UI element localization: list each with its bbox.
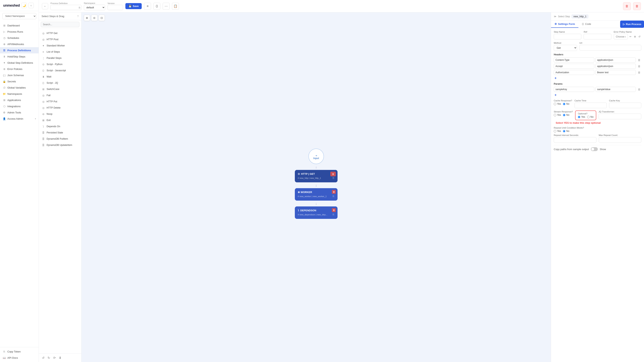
stream-yes-label[interactable]: Yes (554, 114, 561, 116)
redo-button[interactable]: ↻ (47, 355, 51, 360)
header-key-content-type[interactable] (554, 58, 594, 63)
version-input[interactable]: 1 (108, 5, 123, 10)
step-item-switchcase[interactable]: ⊞ SwitchCase (39, 86, 81, 92)
preview-button[interactable]: ⟨⟩ (153, 3, 160, 10)
step-item-standard-worker[interactable]: ✦ Standard Worker (39, 43, 81, 49)
step-item-http-post[interactable]: ◎ HTTP Post (39, 36, 81, 43)
sidebar-item-error-policies[interactable]: ⊛ Error Policies (0, 66, 38, 72)
sidebar-item-namespaces[interactable]: 📁 Namespaces (0, 91, 38, 97)
undo-button[interactable]: ↺ (41, 355, 45, 360)
download-button[interactable]: ⬇ (58, 355, 62, 360)
worker-copy-button[interactable]: ⎘ (332, 194, 334, 198)
delete-param-1-button[interactable]: 🗑 (637, 87, 641, 91)
delete-header-accept-button[interactable]: 🗑 (637, 64, 641, 68)
theme-toggle-button[interactable]: 🌙 (21, 3, 27, 8)
sidebar-item-admin-tools[interactable]: ⚙ Admin Tools (0, 109, 38, 116)
sidebar-item-json-schemas[interactable]: { } Json Schemas (0, 72, 38, 78)
namespace-select-input[interactable]: Select Namespace (2, 13, 36, 19)
step-item-fail[interactable]: ◎ Fail (39, 92, 81, 99)
step-item-exit[interactable]: ⊠ Exit (39, 117, 81, 123)
sidebar-item-copy-token[interactable]: ⎘ Copy Token (0, 348, 38, 355)
sidebar-item-hold-skip[interactable]: ⏸ Hold/Skip Steps (0, 53, 38, 60)
step-item-http-delete[interactable]: ◎ HTTP Delete (39, 105, 81, 111)
repeat-yes-label[interactable]: Yes (554, 130, 561, 132)
http-get-copy-button[interactable]: ⎘ (332, 176, 334, 180)
header-key-authorization[interactable] (554, 70, 594, 75)
namespace-selector[interactable]: Select Namespace (2, 13, 36, 19)
step-item-http-get[interactable]: ◎ HTTP Get (39, 30, 81, 36)
cache-time-input[interactable] (574, 103, 607, 108)
save-button[interactable]: 💾 Save (126, 3, 142, 9)
stream-no-label[interactable]: No (563, 114, 569, 116)
sidebar-item-dashboard[interactable]: ⊞ Dashboard (0, 22, 38, 29)
back-button[interactable]: ← (42, 3, 48, 9)
http-get-node[interactable]: 🗑 ⊙ HTTP | GET # new_http | new_http_1 ⎘ (295, 170, 338, 182)
dependson-delete-button[interactable]: 🗑 (332, 208, 336, 212)
run-process-button[interactable]: ▷ Run Process (620, 21, 644, 28)
step-name-input[interactable]: new_http (554, 34, 581, 40)
ref-input[interactable]: new_http_1 (584, 34, 611, 40)
delete-alt-button[interactable]: 🗑 (633, 2, 641, 10)
error-policy-refresh-button[interactable]: ↺ (638, 34, 641, 39)
input-node[interactable]: ⌄ Input (308, 149, 324, 164)
dependson-copy-button[interactable]: ⎘ (332, 213, 334, 216)
sidebar-item-process-runs[interactable]: ▷ Process Runs (0, 29, 38, 35)
step-item-script-javascript[interactable]: ⟨⟩ Script - Javascript (39, 67, 81, 74)
step-item-dynamodb-putitem[interactable]: 🗄 DynamoDB PutItem (39, 136, 81, 142)
format-button[interactable]: ≡ (144, 3, 151, 10)
step-item-script-jq[interactable]: ⟨⟩ Script - JQ (39, 80, 81, 86)
repeat-interval-input[interactable] (554, 137, 596, 143)
sidebar-item-access-admin[interactable]: 👤 Access Admin ▾ (0, 116, 38, 122)
history-button[interactable]: ⟳ (52, 355, 56, 360)
header-value-content-type[interactable] (596, 58, 636, 63)
error-policy-input[interactable] (614, 34, 628, 40)
sidebar-item-integrations[interactable]: ⬡ Integrations (0, 103, 38, 109)
repeat-yes-radio[interactable] (554, 130, 556, 132)
sidebar-item-api-docs[interactable]: 📖 API Docs (0, 355, 38, 361)
copy-paths-toggle[interactable] (591, 147, 598, 151)
dependson-node[interactable]: 🗑 ⤵ DEPENDSON # new_dependson | new_dep.… (295, 206, 338, 219)
method-select[interactable]: Get Post Put Delete Patch (554, 45, 577, 51)
delete-header-content-type-button[interactable]: 🗑 (637, 58, 641, 62)
step-item-wait[interactable]: ⧗ Wait (39, 74, 81, 80)
worker-delete-button[interactable]: 🗑 (332, 190, 336, 194)
delete-header-authorization-button[interactable]: 🗑 (637, 71, 641, 74)
error-policy-edit-button[interactable]: ✏ (629, 34, 632, 39)
cache-no-label[interactable]: No (563, 103, 569, 105)
sidebar-item-api-webhooks[interactable]: ⊕ API/Webhooks (0, 41, 38, 47)
error-policy-add-button[interactable]: ⊕ (633, 34, 637, 39)
header-value-authorization[interactable] (596, 70, 636, 75)
header-value-accept[interactable] (596, 64, 636, 69)
add-header-button[interactable]: + (554, 76, 558, 80)
delete-button[interactable]: 🗑 (623, 2, 631, 10)
step-item-noop[interactable]: ⊖ Noop (39, 111, 81, 117)
sidebar-item-global-step-definitions[interactable]: ✦ Global Step Definitions (0, 60, 38, 66)
canvas[interactable]: ⊕ ⊖ ⊡ ⌄ Input ↓ 🗑 ⊙ HTTP | GET (82, 13, 551, 362)
cache-yes-label[interactable]: Yes (554, 103, 561, 105)
sidebar-item-secrets[interactable]: 🔒 Secrets (0, 78, 38, 85)
optional-no-radio[interactable] (587, 116, 590, 118)
zoom-out-button[interactable]: ⊖ (91, 15, 98, 21)
worker-node[interactable]: 🗑 ⊛ WORKER # new_worker | new_worker_1 ⎘ (295, 188, 338, 201)
param-value-1[interactable] (596, 87, 636, 92)
sidebar-item-global-variables[interactable]: ∅ Global Variables (0, 85, 38, 91)
step-item-list-of-steps[interactable]: ≡ List of Steps (39, 49, 81, 55)
tab-code[interactable]: ⟨⟩ Code (578, 21, 594, 28)
copy-process-def-button[interactable]: ⎘ (79, 6, 80, 9)
step-item-persisted-state[interactable]: 🗄 Persisted State (39, 130, 81, 136)
cache-no-radio[interactable] (563, 103, 566, 105)
add-param-button[interactable]: + (554, 93, 558, 97)
url-input[interactable]: http://localhost:8080/api/test/get (579, 45, 641, 51)
sidebar-item-process-definitions[interactable]: ☰ Process Definitions (0, 47, 38, 53)
optional-no-label[interactable]: No (587, 116, 594, 118)
step-item-script-python[interactable]: ⊙ Script - Python (39, 61, 81, 67)
param-key-1[interactable] (554, 87, 594, 92)
cache-yes-radio[interactable] (554, 103, 556, 105)
sidebar-collapse-button[interactable]: ‹ (28, 3, 34, 8)
steps-search-input[interactable] (41, 22, 80, 27)
cache-key-input[interactable] (609, 103, 641, 108)
process-definition-input[interactable]: depends_on_test (50, 5, 82, 10)
step-item-depends-on[interactable]: ⤵ Depends On (39, 123, 81, 130)
stream-no-radio[interactable] (563, 114, 566, 116)
jq-transformer-input[interactable] (598, 114, 641, 119)
